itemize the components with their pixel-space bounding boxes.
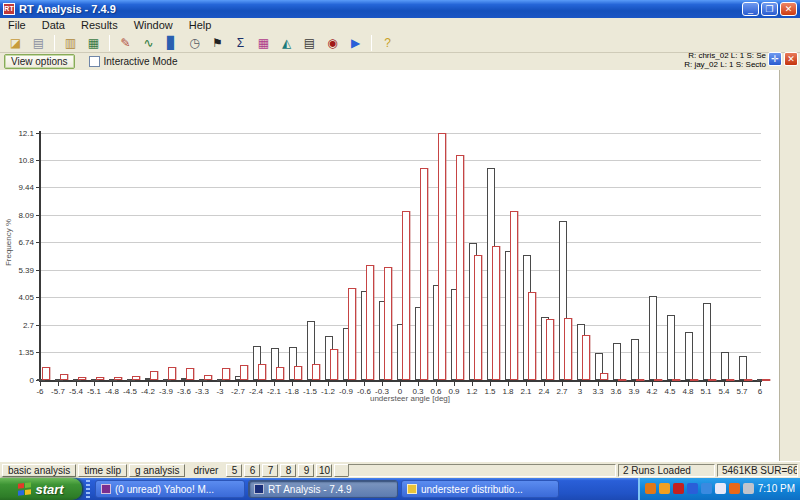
bottom-bar: basic analysistime slipg analysisdriver5… <box>0 461 800 478</box>
taskbar-button-label: (0 unread) Yahoo! M... <box>115 484 214 495</box>
tab-time-slip[interactable]: time slip <box>78 464 127 477</box>
color-grid-icon[interactable]: ▦ <box>252 34 275 52</box>
status-cell: 2 Runs Loaded <box>618 464 715 477</box>
menu-results[interactable]: Results <box>73 18 126 33</box>
toolbar-separator <box>54 35 55 51</box>
film-strip-icon[interactable]: ▤ <box>298 34 321 52</box>
taskbar: start 7:10 PM (0 unread) Yahoo! M...RT A… <box>0 478 800 500</box>
toolbar-separator <box>371 35 372 51</box>
menu-data[interactable]: Data <box>34 18 73 33</box>
legend-move-icon[interactable]: ✛ <box>768 52 782 66</box>
quick-launch-handle[interactable] <box>86 480 90 498</box>
network-icon[interactable] <box>687 483 698 494</box>
window-title: RT Analysis - 7.4.9 <box>19 3 742 15</box>
print-icon[interactable]: ▤ <box>27 34 50 52</box>
tab-10[interactable]: 10 <box>316 464 332 477</box>
app-window: RT RT Analysis - 7.4.9 _❐✕ FileDataResul… <box>0 0 800 500</box>
view-options-button[interactable]: View options <box>4 54 75 69</box>
taskbar-button-icon <box>407 484 417 494</box>
chart-legend: R: chris_02 L: 1 S: Se R: jay_02 L: 1 S:… <box>588 51 798 70</box>
record-icon[interactable]: ◉ <box>321 34 344 52</box>
paste-icon[interactable]: ▥ <box>59 34 82 52</box>
tab-8[interactable]: 8 <box>280 464 296 477</box>
tab-driver[interactable]: driver <box>187 464 224 477</box>
taskbar-button-icon <box>254 484 264 494</box>
bar-chart-icon[interactable]: ▊ <box>160 34 183 52</box>
display-icon[interactable] <box>701 483 712 494</box>
volume-icon[interactable] <box>729 483 740 494</box>
taskbar-button-icon <box>101 484 111 494</box>
legend-close-icon[interactable]: ✕ <box>784 52 798 66</box>
update-icon[interactable] <box>659 483 670 494</box>
taskbar-button-label: RT Analysis - 7.4.9 <box>268 484 352 495</box>
menu-window[interactable]: Window <box>126 18 181 33</box>
close-button[interactable]: ✕ <box>780 2 797 16</box>
taskbar-button-2[interactable]: RT Analysis - 7.4.9 <box>248 480 398 498</box>
taskbar-button-label: understeer distributio... <box>421 484 523 495</box>
mouse-icon[interactable] <box>743 483 754 494</box>
app-logo-icon: RT <box>3 3 15 15</box>
play-icon[interactable]: ▶ <box>344 34 367 52</box>
taskbar-clock: 7:10 PM <box>758 478 795 500</box>
export-icon[interactable]: ▦ <box>82 34 105 52</box>
toolbar-separator <box>109 35 110 51</box>
status-empty-cell <box>348 464 616 477</box>
messenger-icon[interactable] <box>715 483 726 494</box>
legend-run-chris: R: chris_02 L: 1 S: Se <box>684 51 766 60</box>
menu-bar: FileDataResultsWindowHelp <box>0 18 800 33</box>
hide-icons-chevron[interactable] <box>645 483 656 494</box>
line-chart-icon[interactable]: ∿ <box>137 34 160 52</box>
system-tray: 7:10 PM <box>638 478 800 500</box>
right-panel-strip <box>779 70 800 461</box>
chart-client-area <box>0 70 779 461</box>
interactive-mode-label: Interactive Mode <box>104 56 178 67</box>
minimize-button[interactable]: _ <box>742 2 759 16</box>
taskbar-button-1[interactable]: (0 unread) Yahoo! M... <box>95 480 245 498</box>
tab-6[interactable]: 6 <box>244 464 260 477</box>
security-icon[interactable] <box>673 483 684 494</box>
tab-5[interactable]: 5 <box>226 464 242 477</box>
taskbar-button-3[interactable]: understeer distributio... <box>401 480 559 498</box>
open-icon[interactable]: ◪ <box>4 34 27 52</box>
menu-help[interactable]: Help <box>181 18 220 33</box>
tab-basic-analysis[interactable]: basic analysis <box>2 464 76 477</box>
windows-flag-icon <box>18 482 31 496</box>
toolbar: ◪▤▥▦✎∿▊◷⚑Σ▦◭▤◉▶? <box>0 33 800 53</box>
tab-9[interactable]: 9 <box>298 464 314 477</box>
menu-file[interactable]: File <box>0 18 34 33</box>
draw-curve-icon[interactable]: ✎ <box>114 34 137 52</box>
status-cell: 5461KB SUR=66.7Hz <box>717 464 798 477</box>
stopwatch-icon[interactable]: ◷ <box>183 34 206 52</box>
maximize-button[interactable]: ❐ <box>761 2 778 16</box>
title-bar: RT RT Analysis - 7.4.9 _❐✕ <box>0 0 800 18</box>
legend-run-jay: R: jay_02 L: 1 S: Secto <box>684 60 766 69</box>
start-button[interactable]: start <box>0 478 82 500</box>
tab-7[interactable]: 7 <box>262 464 278 477</box>
finish-flags-icon[interactable]: ⚑ <box>206 34 229 52</box>
scatter-chart-icon[interactable]: ◭ <box>275 34 298 52</box>
sigma-table-icon[interactable]: Σ <box>229 34 252 52</box>
tab-g-analysis[interactable]: g analysis <box>129 464 185 477</box>
interactive-mode-checkbox[interactable] <box>89 56 100 67</box>
help-key-icon[interactable]: ? <box>376 34 399 52</box>
